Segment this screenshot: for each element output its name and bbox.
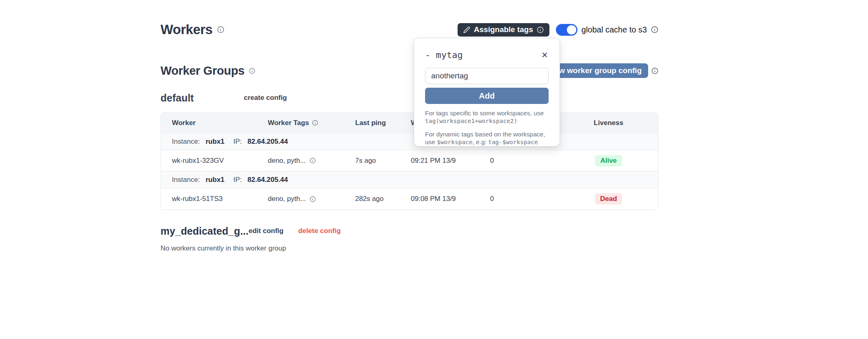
worker-start-cell: 09:21 PM 13/9 [411, 150, 490, 171]
workers-info-icon[interactable] [217, 26, 224, 33]
global-cache-info-icon[interactable] [651, 26, 658, 33]
dead-status-badge: Dead [595, 193, 623, 205]
col-header-liveness: Liveness [559, 113, 658, 133]
global-cache-toggle[interactable] [556, 24, 577, 36]
last-ping-cell: 282s ago [355, 188, 411, 209]
toggle-knob [567, 25, 576, 35]
instance-ip: 82.64.205.44 [247, 176, 288, 184]
edit-config-button[interactable]: edit config [249, 227, 284, 235]
instance-row: Instance: rubx1 IP: 82.64.205.44 [161, 133, 658, 150]
main-content: Workers Assignable tags [161, 0, 658, 253]
instance-row: Instance: rubx1 IP: 82.64.205.44 [161, 171, 658, 188]
worker-row: wk-rubx1-323GV deno, pyth... 7s ago 09:2… [161, 150, 658, 171]
col-header-worker: Worker [161, 113, 268, 133]
section-title: Worker Groups [161, 64, 245, 78]
new-tag-input[interactable] [425, 68, 549, 84]
jobs-cell: 0 [490, 188, 559, 209]
ip-label: IP: [233, 176, 242, 184]
dynamic-tag-code-1: $workspace [437, 139, 472, 145]
page-title: Workers [161, 22, 213, 37]
empty-group-message: No workers currently in this worker grou… [161, 244, 658, 253]
dynamic-tags-help: For dynamic tags based on the workspace,… [425, 130, 549, 146]
group-header-default: default create config [161, 92, 658, 104]
group-name-default: default [161, 92, 244, 104]
close-icon: × [542, 49, 548, 61]
pencil-icon [463, 26, 470, 33]
instance-name: rubx1 [206, 138, 224, 146]
table-header-row: Worker Worker Tags Last ping W Liveness [161, 113, 658, 133]
col-header-last-ping: Last ping [355, 113, 411, 133]
tag-item: - mytag [425, 50, 463, 60]
assignable-tags-button[interactable]: Assignable tags [458, 23, 549, 37]
workers-table: Worker Worker Tags Last ping W Liveness [161, 112, 658, 210]
jobs-cell: 0 [490, 150, 559, 171]
worker-tags-info-icon[interactable] [312, 120, 318, 126]
ip-label: IP: [233, 138, 242, 146]
worker-groups-header: Worker Groups + New worker group config [161, 63, 658, 78]
section-title-wrap: Worker Groups [161, 64, 255, 78]
instance-label: Instance: [172, 176, 200, 184]
header-controls: Assignable tags global cache to s3 [458, 23, 658, 37]
worker-tags-cell: deno, pyth... [268, 188, 355, 209]
page-header: Workers Assignable tags [161, 21, 658, 38]
worker-tags-cell: deno, pyth... [268, 150, 355, 171]
tags-info-icon[interactable] [310, 158, 316, 164]
col-header-worker-tags: Worker Tags [268, 113, 355, 133]
alive-status-badge: Alive [595, 155, 622, 166]
tags-info-icon[interactable] [310, 196, 316, 202]
page-title-wrap: Workers [161, 22, 224, 37]
instance-name: rubx1 [206, 176, 224, 184]
worker-start-cell: 09:08 PM 13/9 [411, 188, 490, 209]
group-header-dedicated: my_dedicated_g... edit config delete con… [161, 225, 658, 237]
create-config-button[interactable]: create config [244, 94, 287, 102]
delete-config-button[interactable]: delete config [298, 227, 341, 235]
workspace-tags-code: tag(workspace1+workspace2) [425, 118, 517, 124]
liveness-cell: Alive [559, 150, 658, 171]
worker-groups-info-icon[interactable] [249, 68, 255, 74]
global-cache-label: global cache to s3 [582, 25, 647, 35]
workers-page: Workers Assignable tags [0, 0, 868, 339]
assignable-tags-info-icon [537, 26, 544, 33]
instance-label: Instance: [172, 138, 200, 146]
instance-ip: 82.64.205.44 [247, 138, 288, 146]
new-config-info-icon[interactable] [651, 67, 658, 74]
remove-tag-button[interactable]: × [541, 50, 549, 60]
worker-name: wk-rubx1-323GV [161, 150, 268, 171]
group-name-dedicated: my_dedicated_g... [161, 225, 249, 237]
workspace-tags-help: For tags specific to some workspaces, us… [425, 109, 549, 125]
liveness-cell: Dead [559, 188, 658, 209]
add-tag-button[interactable]: Add [425, 88, 549, 104]
worker-row: wk-rubx1-51TS3 deno, pyth... 282s ago 09… [161, 188, 658, 209]
default-group-actions: create config [244, 94, 287, 102]
worker-name: wk-rubx1-51TS3 [161, 188, 268, 209]
last-ping-cell: 7s ago [355, 150, 411, 171]
dynamic-tag-code-2: tag-$workspace [488, 139, 538, 145]
dedicated-group-actions: edit config delete config [249, 227, 341, 235]
tag-name: mytag [436, 50, 463, 60]
tag-row: - mytag × [425, 49, 549, 61]
assignable-tags-popover: - mytag × Add For tags specific to some … [414, 38, 560, 147]
global-cache-group: global cache to s3 [556, 24, 658, 36]
assignable-tags-label: Assignable tags [474, 25, 533, 34]
